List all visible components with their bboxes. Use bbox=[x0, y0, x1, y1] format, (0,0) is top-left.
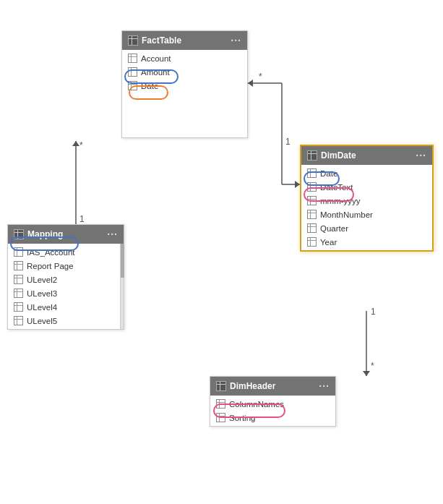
field-dimdate-mmmyyyy: mmm-yyyy bbox=[320, 197, 426, 205]
table-fact-title: FactTable bbox=[142, 35, 181, 46]
field-icon-sorting bbox=[216, 413, 225, 422]
field-icon-dimdate-quarter bbox=[307, 223, 317, 233]
table-fact-header: FactTable ··· bbox=[122, 31, 247, 50]
field-ulevel5: ULevel5 bbox=[27, 317, 118, 325]
table-mapping: Mapping ··· IAS_Account Report Page ULev… bbox=[7, 224, 124, 330]
field-account: Account bbox=[141, 54, 241, 63]
list-item: ColumnNames bbox=[210, 397, 335, 411]
table-dimheader: DimHeader ··· ColumnNames Sorting bbox=[210, 376, 336, 427]
table-fact-icon bbox=[128, 35, 138, 46]
table-dimdate-icon bbox=[307, 150, 317, 161]
table-dimheader-icon bbox=[216, 381, 226, 391]
field-ulevel4: ULevel4 bbox=[27, 303, 118, 312]
field-dimdate-date: Date bbox=[320, 169, 426, 178]
list-item: DateText bbox=[301, 180, 432, 194]
svg-text:1: 1 bbox=[285, 137, 291, 147]
table-dimdate: DimDate ··· Date DateText mmm-yyyy Month… bbox=[300, 145, 434, 252]
table-dimheader-header: DimHeader ··· bbox=[210, 377, 335, 396]
svg-text:1: 1 bbox=[79, 214, 85, 224]
field-sorting: Sorting bbox=[229, 414, 330, 422]
field-icon-report-page bbox=[14, 261, 23, 270]
field-icon-dimdate-monthnumber bbox=[307, 210, 317, 219]
list-item: Date bbox=[122, 79, 247, 93]
field-columnnames: ColumnNames bbox=[229, 400, 330, 409]
table-dimdate-menu[interactable]: ··· bbox=[416, 150, 426, 161]
table-fact: FactTable ··· Account Amount Date bbox=[121, 30, 248, 138]
list-item: ULevel3 bbox=[8, 286, 124, 300]
list-item: MonthNumber bbox=[301, 208, 432, 221]
field-dimdate-monthnumber: MonthNumber bbox=[320, 210, 426, 219]
field-icon-ulevel5 bbox=[14, 316, 23, 325]
table-fact-body: Account Amount Date bbox=[122, 50, 247, 137]
field-icon-amount bbox=[128, 67, 137, 77]
svg-marker-12 bbox=[363, 371, 370, 376]
table-mapping-title: Mapping bbox=[27, 229, 63, 239]
svg-text:*: * bbox=[259, 72, 262, 82]
field-amount: Amount bbox=[141, 68, 241, 77]
scrollbar[interactable] bbox=[120, 244, 124, 329]
svg-text:*: * bbox=[79, 140, 83, 150]
table-dimheader-menu[interactable]: ··· bbox=[319, 380, 330, 392]
field-dimdate-year: Year bbox=[320, 238, 426, 247]
field-icon-dimdate-datetext bbox=[307, 182, 317, 192]
table-mapping-icon bbox=[14, 229, 24, 239]
field-icon-ulevel2 bbox=[14, 275, 23, 284]
field-dimdate-quarter: Quarter bbox=[320, 224, 426, 233]
field-report-page: Report Page bbox=[27, 262, 118, 270]
field-icon-date bbox=[128, 81, 137, 90]
list-item: ULevel5 bbox=[8, 314, 124, 328]
list-item: Amount bbox=[122, 65, 247, 79]
table-dimdate-body: Date DateText mmm-yyyy MonthNumber Quart… bbox=[301, 165, 432, 250]
field-icon-ulevel4 bbox=[14, 302, 23, 312]
list-item: Date bbox=[301, 166, 432, 180]
list-item: ULevel4 bbox=[8, 300, 124, 314]
field-icon-ias-account bbox=[14, 247, 23, 257]
list-item: Report Page bbox=[8, 259, 124, 273]
list-item: IAS_Account bbox=[8, 245, 124, 259]
diagram-canvas: * 1 1 * * 1 FactTable ··· bbox=[0, 0, 443, 504]
list-item: Account bbox=[122, 51, 247, 65]
field-dimdate-datetext: DateText bbox=[320, 183, 426, 192]
field-icon-dimdate-year bbox=[307, 237, 317, 247]
list-item: ULevel2 bbox=[8, 273, 124, 286]
field-icon-account bbox=[128, 54, 137, 63]
field-ias-account: IAS_Account bbox=[27, 248, 118, 257]
list-item: Quarter bbox=[301, 221, 432, 235]
table-dimdate-title: DimDate bbox=[321, 150, 356, 161]
table-dimheader-body: ColumnNames Sorting bbox=[210, 396, 335, 426]
svg-marker-4 bbox=[248, 80, 253, 87]
table-mapping-header: Mapping ··· bbox=[8, 225, 124, 244]
field-icon-ulevel3 bbox=[14, 289, 23, 298]
field-icon-dimdate-mmmyyyy bbox=[307, 196, 317, 205]
svg-text:*: * bbox=[371, 361, 374, 371]
table-dimdate-header: DimDate ··· bbox=[301, 146, 432, 165]
field-ulevel3: ULevel3 bbox=[27, 289, 118, 298]
table-mapping-menu[interactable]: ··· bbox=[107, 228, 118, 240]
list-item: Sorting bbox=[210, 411, 335, 424]
svg-marker-3 bbox=[295, 181, 300, 188]
list-item: Year bbox=[301, 235, 432, 249]
list-item: mmm-yyyy bbox=[301, 194, 432, 208]
table-dimheader-title: DimHeader bbox=[230, 381, 275, 391]
table-mapping-body: IAS_Account Report Page ULevel2 ULevel3 … bbox=[8, 244, 124, 329]
svg-text:1: 1 bbox=[371, 307, 376, 317]
field-date: Date bbox=[141, 82, 241, 90]
field-icon-columnnames bbox=[216, 399, 225, 409]
scrollbar-thumb bbox=[121, 244, 124, 278]
field-ulevel2: ULevel2 bbox=[27, 276, 118, 284]
svg-marker-8 bbox=[72, 141, 79, 146]
field-icon-dimdate-date bbox=[307, 168, 317, 178]
table-fact-menu[interactable]: ··· bbox=[231, 35, 241, 46]
